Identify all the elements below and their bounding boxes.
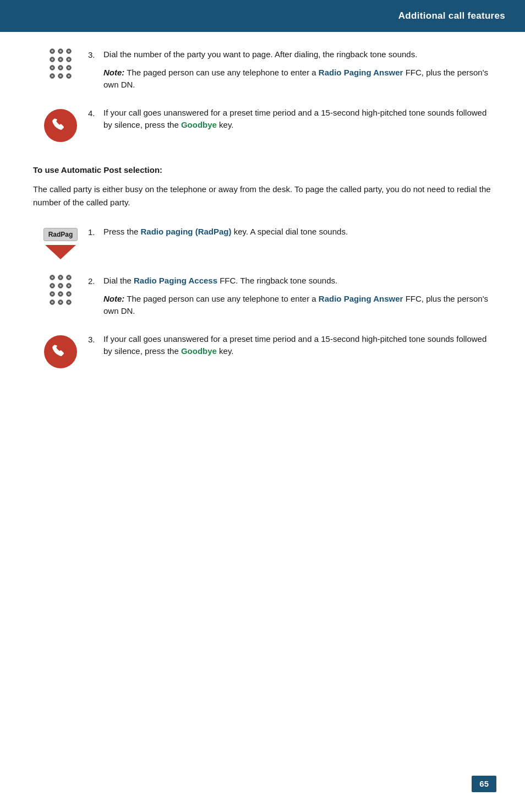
radpag-triangle	[45, 245, 76, 259]
step4-main: If your call goes unanswered for a prese…	[103, 107, 492, 132]
step-number-s2-1: 1.	[88, 226, 103, 239]
step-text-s2-1: Press the Radio paging (RadPag) key. A s…	[103, 226, 492, 238]
step-content-s2-3: 3. If your call goes unanswered for a pr…	[88, 333, 492, 358]
step-row-3: 3. Dial the number of the party you want…	[33, 48, 492, 91]
step-row-4: 4. If your call goes unanswered for a pr…	[33, 107, 492, 142]
step-row-s2-2: 2. Dial the Radio Paging Access FFC. The…	[33, 275, 492, 318]
step-s2-2-note: Note: The paged person can use any telep…	[103, 293, 492, 318]
radpag-icon-step1: RadPag	[33, 226, 88, 259]
link-goodbye-2: Goodbye	[181, 346, 217, 356]
page-number: 65	[472, 776, 496, 793]
step-content-4: 4. If your call goes unanswered for a pr…	[88, 107, 492, 132]
section2-intro: The called party is either busy on the t…	[33, 183, 492, 209]
link-radio-paging-answer-2: Radio Paging Answer	[319, 294, 403, 303]
step-content-s2-1: 1. Press the Radio paging (RadPag) key. …	[88, 226, 492, 239]
step-number-3: 3.	[88, 49, 103, 62]
link-radio-paging-answer-1: Radio Paging Answer	[319, 68, 403, 77]
radpag-button-label: RadPag	[43, 228, 78, 241]
link-radio-paging-access: Radio Paging Access	[134, 276, 217, 285]
phone-icon-step-s2-3	[33, 333, 88, 368]
step-number-s2-2: 2.	[88, 275, 103, 288]
step-text-3: Dial the number of the party you want to…	[103, 48, 492, 91]
step-text-4: If your call goes unanswered for a prese…	[103, 107, 492, 132]
step-text-s2-2: Dial the Radio Paging Access FFC. The ri…	[103, 275, 492, 318]
step-s2-1-main: Press the Radio paging (RadPag) key. A s…	[103, 226, 492, 238]
keypad-icon-step-s2-2	[33, 275, 88, 302]
link-goodbye-1: Goodbye	[181, 120, 217, 129]
step-text-s2-3: If your call goes unanswered for a prese…	[103, 333, 492, 358]
step3-main: Dial the number of the party you want to…	[103, 48, 492, 61]
main-content: 3. Dial the number of the party you want…	[0, 32, 525, 417]
step-content-3: 3. Dial the number of the party you want…	[88, 48, 492, 91]
section2-heading: To use Automatic Post selection:	[33, 164, 492, 177]
step-s2-2-main: Dial the Radio Paging Access FFC. The ri…	[103, 275, 492, 287]
header-bar: Additional call features	[0, 0, 525, 32]
step3-note: Note: The paged person can use any telep…	[103, 67, 492, 91]
step-number-4: 4.	[88, 107, 103, 120]
step-row-s2-3: 3. If your call goes unanswered for a pr…	[33, 333, 492, 368]
step-content-s2-2: 2. Dial the Radio Paging Access FFC. The…	[88, 275, 492, 318]
keypad-icon-step3	[33, 48, 88, 76]
page-title: Additional call features	[398, 9, 505, 23]
step-s2-3-main: If your call goes unanswered for a prese…	[103, 333, 492, 358]
link-radio-paging-radpag: Radio paging (RadPag)	[141, 227, 232, 236]
step-row-s2-1: RadPag 1. Press the Radio paging (RadPag…	[33, 226, 492, 259]
phone-icon-step4	[33, 107, 88, 142]
step-number-s2-3: 3.	[88, 334, 103, 346]
